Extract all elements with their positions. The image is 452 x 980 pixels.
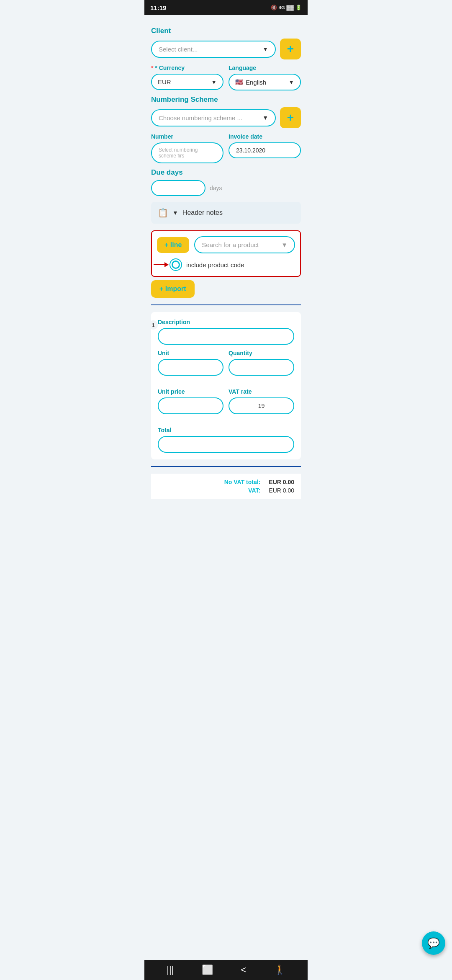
- header-notes-section[interactable]: 📋 ▼ Header notes: [151, 202, 301, 224]
- include-product-code-radio[interactable]: [170, 258, 182, 271]
- language-chevron-icon: ▼: [288, 79, 294, 85]
- language-value: English: [246, 79, 288, 86]
- add-line-label: + line: [164, 241, 182, 249]
- search-chevron-icon: ▼: [281, 241, 288, 248]
- search-product-select[interactable]: Search for a product ▼: [194, 236, 295, 253]
- battery-icon: 🔋: [295, 5, 302, 10]
- include-product-code-label: include product code: [186, 261, 244, 268]
- include-product-code-row: include product code: [157, 258, 295, 271]
- number-field-label: Number: [151, 133, 223, 140]
- add-line-section: + line Search for a product ▼ include pr…: [151, 230, 301, 298]
- vat-value: EUR 0.00: [269, 487, 294, 494]
- language-label: Language: [229, 64, 301, 71]
- number-col: Number Select numbering scheme firs: [151, 133, 223, 163]
- line-item-section: 1 Description Unit Quantity Unit price V…: [151, 312, 301, 459]
- number-placeholder: Select numbering scheme firs: [159, 147, 216, 159]
- no-vat-total-row: No VAT total: EUR 0.00: [158, 479, 294, 485]
- currency-value: EUR: [158, 78, 171, 85]
- currency-language-row: * * Currency EUR ▼ Language 🇺🇸 English ▼: [151, 64, 301, 90]
- number-date-row: Number Select numbering scheme firs Invo…: [151, 133, 301, 163]
- numbering-scheme-value: Choose numbering scheme ...: [159, 114, 242, 121]
- invoice-date-label: Invoice date: [229, 133, 301, 140]
- currency-chevron-icon: ▼: [211, 79, 217, 85]
- svg-marker-1: [164, 262, 169, 267]
- invoice-date-input[interactable]: 23.10.2020: [229, 142, 301, 158]
- description-label: Description: [158, 319, 294, 325]
- invoice-date-value: 23.10.2020: [236, 147, 265, 154]
- status-bar: 11:19 🔇 4G ▓▓ 🔋: [144, 0, 308, 15]
- unit-label: Unit: [158, 350, 223, 356]
- radio-inner: [172, 260, 180, 269]
- language-col: Language 🇺🇸 English ▼: [229, 64, 301, 90]
- due-days-label: Due days: [151, 168, 301, 177]
- status-icons: 🔇 4G ▓▓ 🔋: [271, 5, 302, 10]
- chevron-collapse-icon: ▼: [172, 209, 178, 216]
- client-label: Client: [151, 27, 301, 35]
- currency-select[interactable]: EUR ▼: [151, 74, 223, 90]
- header-notes-label: Header notes: [182, 209, 223, 217]
- number-input[interactable]: Select numbering scheme firs: [151, 142, 223, 163]
- total-label: Total: [158, 427, 294, 433]
- mute-icon: 🔇: [271, 5, 277, 10]
- numbering-chevron-icon: ▼: [262, 114, 268, 121]
- no-vat-total-value: EUR 0.00: [269, 479, 294, 485]
- no-vat-total-label: No VAT total:: [224, 479, 261, 485]
- section-divider: [151, 304, 301, 305]
- client-select[interactable]: Select client... ▼: [151, 41, 276, 58]
- numbering-scheme-select[interactable]: Choose numbering scheme ... ▼: [151, 109, 276, 126]
- unit-price-input[interactable]: [158, 397, 223, 414]
- import-button[interactable]: + Import: [151, 280, 195, 298]
- quantity-label: Quantity: [229, 350, 294, 356]
- required-mark: *: [151, 64, 153, 71]
- add-line-button[interactable]: + line: [157, 237, 189, 253]
- vat-label: VAT:: [248, 487, 260, 494]
- vat-rate-input[interactable]: [229, 397, 294, 414]
- quantity-input[interactable]: [229, 359, 294, 376]
- invoice-date-col: Invoice date 23.10.2020: [229, 133, 301, 163]
- description-input[interactable]: [158, 328, 294, 345]
- quantity-col: Quantity: [229, 350, 294, 376]
- totals-section: No VAT total: EUR 0.00 VAT: EUR 0.00: [151, 474, 301, 499]
- unit-price-vat-row: Unit price VAT rate: [158, 388, 294, 414]
- unit-price-col: Unit price: [158, 388, 223, 414]
- currency-col: * * Currency EUR ▼: [151, 64, 223, 90]
- vat-rate-col: VAT rate: [229, 388, 294, 414]
- currency-label: * * Currency: [151, 64, 223, 71]
- unit-input[interactable]: [158, 359, 223, 376]
- days-suffix: days: [210, 185, 222, 191]
- language-select[interactable]: 🇺🇸 English ▼: [229, 74, 301, 90]
- numbering-scheme-row: Choose numbering scheme ... ▼ +: [151, 107, 301, 128]
- search-product-placeholder: Search for a product: [202, 241, 259, 248]
- language-flag: 🇺🇸: [235, 78, 243, 86]
- client-chevron-icon: ▼: [262, 46, 268, 52]
- client-row: Select client... ▼ +: [151, 39, 301, 59]
- total-input[interactable]: [158, 436, 294, 453]
- status-time: 11:19: [150, 4, 166, 11]
- add-line-row: + line Search for a product ▼: [157, 236, 295, 253]
- due-days-row: days: [151, 180, 301, 196]
- add-numbering-scheme-button[interactable]: +: [280, 107, 301, 128]
- import-label: + Import: [159, 285, 186, 293]
- unit-quantity-row: Unit Quantity: [158, 350, 294, 376]
- add-line-highlighted-box: + line Search for a product ▼ include pr…: [151, 230, 301, 277]
- due-days-input[interactable]: [151, 180, 205, 196]
- unit-price-label: Unit price: [158, 388, 223, 395]
- vat-rate-label: VAT rate: [229, 388, 294, 395]
- add-client-button[interactable]: +: [280, 39, 301, 59]
- unit-col: Unit: [158, 350, 223, 376]
- vat-row: VAT: EUR 0.00: [158, 487, 294, 494]
- line-item-number: 1: [149, 320, 158, 330]
- header-notes-icon: 📋: [158, 208, 168, 218]
- totals-divider: [151, 466, 301, 467]
- arrow-annotation: [153, 260, 170, 270]
- main-content: Client Select client... ▼ + * * Currency…: [144, 15, 308, 532]
- client-value: Select client...: [159, 46, 198, 53]
- signal-icon: ▓▓: [287, 5, 294, 10]
- numbering-scheme-label: Numbering Scheme: [151, 95, 301, 104]
- network-icon: 4G: [279, 5, 285, 10]
